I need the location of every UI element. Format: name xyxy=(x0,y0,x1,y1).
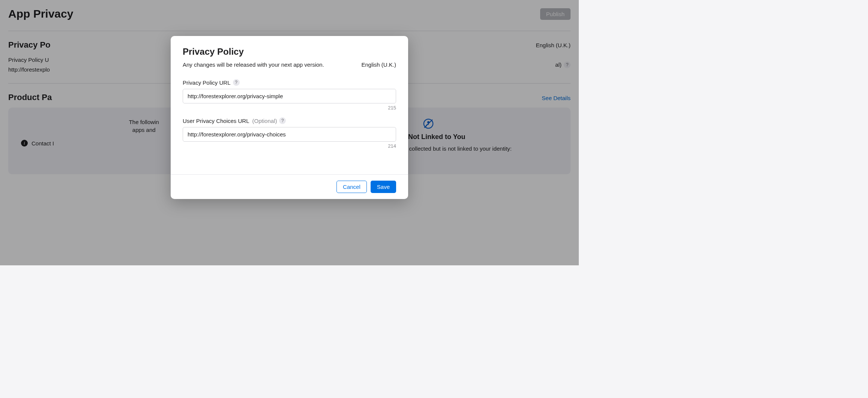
modal-language: English (U.K.) xyxy=(361,61,396,68)
help-icon[interactable]: ? xyxy=(279,117,286,124)
policy-url-label: Privacy Policy URL xyxy=(183,79,231,86)
save-button[interactable]: Save xyxy=(371,181,396,193)
choices-url-field: User Privacy Choices URL (Optional) ? 21… xyxy=(183,117,396,149)
modal-title: Privacy Policy xyxy=(183,46,396,57)
modal-overlay: Privacy Policy Any changes will be relea… xyxy=(0,0,579,265)
cancel-button[interactable]: Cancel xyxy=(336,181,367,193)
policy-url-field: Privacy Policy URL ? 215 xyxy=(183,79,396,111)
choices-url-count: 214 xyxy=(183,143,396,149)
modal-body: Privacy Policy Any changes will be relea… xyxy=(171,36,408,159)
help-icon[interactable]: ? xyxy=(233,79,240,86)
modal-sub-row: Any changes will be released with your n… xyxy=(183,61,396,68)
policy-url-count: 215 xyxy=(183,105,396,111)
modal-footer: Cancel Save xyxy=(171,174,408,199)
privacy-policy-modal: Privacy Policy Any changes will be relea… xyxy=(171,36,408,199)
policy-url-label-row: Privacy Policy URL ? xyxy=(183,79,396,86)
optional-label: (Optional) xyxy=(252,118,277,124)
choices-url-label: User Privacy Choices URL xyxy=(183,118,249,124)
choices-url-label-row: User Privacy Choices URL (Optional) ? xyxy=(183,117,396,124)
modal-subtitle: Any changes will be released with your n… xyxy=(183,61,324,68)
policy-url-input[interactable] xyxy=(183,89,396,103)
choices-url-input[interactable] xyxy=(183,127,396,142)
